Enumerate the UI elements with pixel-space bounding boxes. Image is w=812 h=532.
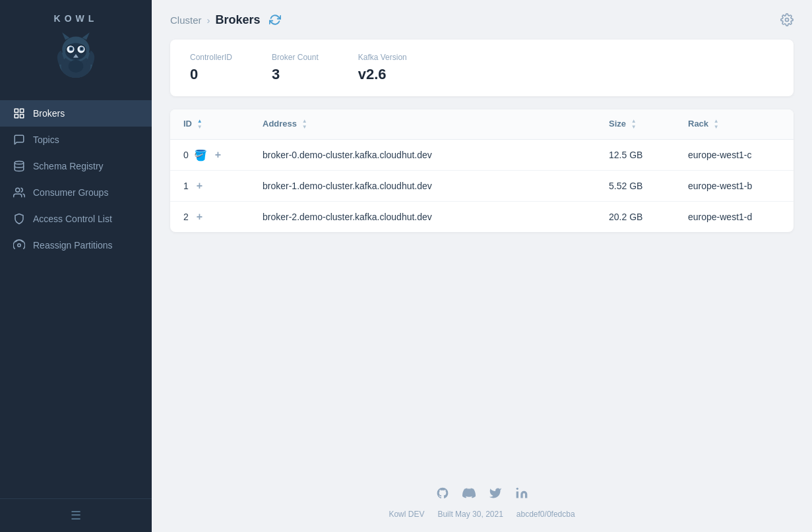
- td-rack-0: europe-west1-c: [675, 140, 794, 171]
- refresh-button[interactable]: [266, 11, 284, 29]
- stat-broker-count-label: Broker Count: [272, 53, 319, 62]
- menu-icon[interactable]: ☰: [71, 508, 81, 523]
- table-row[interactable]: 2 + broker-2.demo-cluster.kafka.cloudhut…: [170, 202, 794, 233]
- svg-point-12: [70, 47, 72, 49]
- sidebar-item-topics[interactable]: Topics: [0, 127, 152, 153]
- access-control-icon: [13, 213, 25, 225]
- sidebar-footer: ☰: [0, 498, 152, 532]
- sidebar-item-access-control-list[interactable]: Access Control List: [0, 206, 152, 232]
- stat-kafka-version: Kafka Version v2.6: [358, 53, 407, 83]
- td-rack-2: europe-west1-d: [675, 202, 794, 233]
- th-size[interactable]: Size ▲ ▼: [596, 109, 675, 140]
- td-size-2: 20.2 GB: [596, 202, 675, 233]
- broker-id-value: 1: [183, 181, 189, 191]
- expand-button-0[interactable]: +: [212, 148, 224, 162]
- sidebar-item-brokers[interactable]: Brokers: [0, 100, 152, 127]
- breadcrumb-current: Brokers: [216, 13, 261, 27]
- footer-social-icons: [436, 487, 528, 503]
- th-id[interactable]: ID ▲ ▼: [170, 109, 249, 140]
- sort-id-icon: ▲ ▼: [197, 119, 203, 130]
- github-icon[interactable]: [436, 487, 449, 503]
- footer-commit: abcdef0/0fedcba: [516, 510, 575, 519]
- td-id-1: 1 +: [170, 171, 249, 202]
- td-id-0: 0 🪣 +: [170, 140, 249, 171]
- td-id-2: 2 +: [170, 202, 249, 233]
- page-header: Cluster › Brokers: [152, 0, 812, 40]
- sort-size-icon: ▲ ▼: [631, 119, 637, 130]
- svg-rect-19: [20, 115, 24, 118]
- sidebar-item-consumer-groups[interactable]: Consumer Groups: [0, 179, 152, 206]
- td-rack-1: europe-west1-b: [675, 171, 794, 202]
- td-address-1: broker-1.demo-cluster.kafka.cloudhut.dev: [249, 171, 596, 202]
- linkedin-icon[interactable]: [515, 487, 528, 503]
- breadcrumb-parent[interactable]: Cluster: [170, 15, 202, 26]
- stat-kafka-version-value: v2.6: [358, 66, 407, 83]
- expand-button-1[interactable]: +: [194, 179, 205, 192]
- schema-registry-icon: [13, 160, 25, 172]
- breadcrumb: Cluster › Brokers: [170, 11, 284, 29]
- svg-rect-20: [15, 115, 18, 118]
- sidebar-item-label: Brokers: [33, 108, 65, 119]
- expand-button-2[interactable]: +: [194, 210, 205, 223]
- settings-button[interactable]: [780, 13, 794, 26]
- reassign-partitions-icon: [13, 239, 25, 251]
- sidebar-item-label: Access Control List: [33, 214, 112, 224]
- svg-point-23: [18, 244, 21, 247]
- td-size-0: 12.5 GB: [596, 140, 675, 171]
- footer-text: Kowl DEV Built May 30, 2021 abcdef0/0fed…: [389, 510, 575, 519]
- brokers-table-card: ID ▲ ▼ Address ▲ ▼ Size: [170, 109, 794, 232]
- stats-card: ControllerID 0 Broker Count 3 Kafka Vers…: [170, 40, 794, 96]
- twitter-icon[interactable]: [489, 487, 502, 503]
- sidebar-item-label: Topics: [33, 134, 59, 145]
- svg-rect-25: [516, 492, 518, 498]
- stat-controller-id-value: 0: [190, 66, 232, 83]
- stat-controller-id: ControllerID 0: [190, 53, 232, 83]
- svg-point-22: [16, 188, 20, 192]
- discord-icon[interactable]: [462, 487, 476, 503]
- sidebar-item-label: Schema Registry: [33, 161, 104, 171]
- page-footer: Kowl DEV Built May 30, 2021 abcdef0/0fed…: [152, 460, 812, 532]
- sidebar-item-schema-registry[interactable]: Schema Registry: [0, 153, 152, 179]
- table-header: ID ▲ ▼ Address ▲ ▼ Size: [170, 109, 794, 140]
- stat-broker-count: Broker Count 3: [272, 53, 319, 83]
- svg-point-16: [69, 60, 83, 73]
- logo-area: KOWL: [0, 0, 152, 94]
- brokers-table: ID ▲ ▼ Address ▲ ▼ Size: [170, 109, 794, 232]
- svg-point-21: [15, 162, 24, 165]
- svg-point-24: [786, 18, 789, 22]
- svg-point-26: [516, 488, 518, 490]
- th-rack[interactable]: Rack ▲ ▼: [675, 109, 794, 140]
- broker-id-value: 0: [183, 150, 189, 160]
- table-row[interactable]: 0 🪣 + broker-0.demo-cluster.kafka.cloudh…: [170, 140, 794, 171]
- stat-kafka-version-label: Kafka Version: [358, 53, 407, 62]
- logo-text: KOWL: [54, 13, 98, 24]
- broker-id-value: 2: [183, 212, 189, 222]
- sort-address-icon: ▲ ▼: [302, 119, 307, 130]
- sort-rack-icon: ▲ ▼: [714, 119, 719, 130]
- svg-rect-17: [15, 109, 18, 112]
- sidebar-item-label: Consumer Groups: [33, 187, 108, 198]
- main-content: Cluster › Brokers ControllerID 0 Broker …: [152, 0, 812, 532]
- td-address-2: broker-2.demo-cluster.kafka.cloudhut.dev: [249, 202, 596, 233]
- bucket-icon[interactable]: 🪣: [194, 149, 207, 162]
- logo-owl: [49, 30, 102, 83]
- table-row[interactable]: 1 + broker-1.demo-cluster.kafka.cloudhut…: [170, 171, 794, 202]
- brokers-icon: [13, 107, 25, 119]
- stat-broker-count-value: 3: [272, 66, 319, 83]
- svg-point-13: [80, 47, 82, 49]
- breadcrumb-separator: ›: [207, 15, 210, 26]
- sidebar-item-reassign-partitions[interactable]: Reassign Partitions: [0, 232, 152, 258]
- td-address-0: broker-0.demo-cluster.kafka.cloudhut.dev: [249, 140, 596, 171]
- sidebar-item-label: Reassign Partitions: [33, 240, 113, 251]
- sidebar: KOWL: [0, 0, 152, 532]
- svg-rect-18: [20, 109, 24, 112]
- table-body: 0 🪣 + broker-0.demo-cluster.kafka.cloudh…: [170, 140, 794, 233]
- consumer-groups-icon: [13, 187, 25, 198]
- footer-app-name: Kowl DEV: [389, 510, 424, 519]
- footer-build-info: Built May 30, 2021: [437, 510, 503, 519]
- th-address[interactable]: Address ▲ ▼: [249, 109, 596, 140]
- stat-controller-id-label: ControllerID: [190, 53, 232, 62]
- sidebar-nav: Brokers Topics Schema Registry: [0, 94, 152, 498]
- topics-icon: [13, 134, 25, 146]
- td-size-1: 5.52 GB: [596, 171, 675, 202]
